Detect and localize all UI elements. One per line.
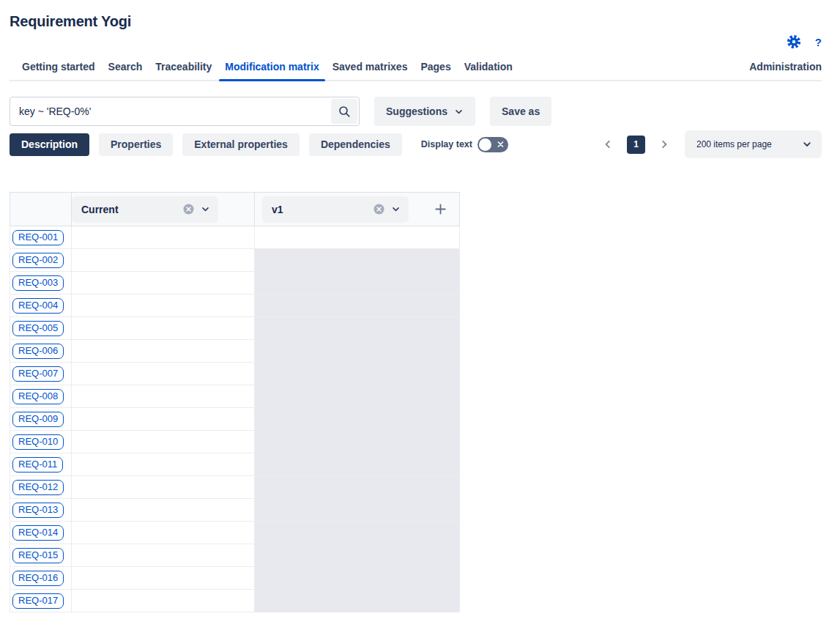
search-box: [10, 97, 360, 126]
v1-cell: [255, 408, 460, 431]
view-button-external-properties[interactable]: External properties: [182, 133, 300, 156]
req-key-link[interactable]: REQ-006: [12, 344, 64, 359]
save-as-label: Save as: [502, 105, 540, 117]
nav-administration[interactable]: Administration: [749, 56, 822, 80]
v1-cell: [255, 590, 460, 612]
req-key-link[interactable]: REQ-005: [12, 321, 64, 336]
table-row: REQ-004: [10, 294, 460, 317]
v1-cell: [255, 544, 460, 567]
req-key-link[interactable]: REQ-010: [12, 434, 64, 450]
remove-column-icon[interactable]: [183, 204, 194, 215]
v1-version-select[interactable]: v1: [262, 196, 409, 223]
current-column-header: Current: [72, 193, 255, 226]
current-page-button[interactable]: 1: [627, 136, 645, 154]
req-key-link[interactable]: REQ-013: [12, 503, 64, 518]
search-icon: [338, 105, 352, 119]
req-key-cell: REQ-017: [10, 590, 72, 612]
v1-cell: [255, 340, 460, 363]
req-key-link[interactable]: REQ-015: [12, 548, 64, 563]
req-key-link[interactable]: REQ-009: [12, 412, 64, 427]
req-key-cell: REQ-005: [10, 317, 72, 340]
current-cell: [72, 317, 255, 340]
current-cell: [72, 226, 255, 249]
current-version-select[interactable]: Current: [72, 196, 218, 223]
toggle-off-x-icon: [497, 141, 504, 148]
req-key-cell: REQ-010: [10, 431, 72, 453]
current-cell: [72, 431, 255, 453]
view-button-description[interactable]: Description: [10, 133, 89, 156]
search-button[interactable]: [331, 99, 357, 124]
req-key-link[interactable]: REQ-002: [12, 253, 64, 268]
req-key-link[interactable]: REQ-004: [12, 298, 64, 314]
req-key-link[interactable]: REQ-016: [12, 571, 64, 586]
req-key-link[interactable]: REQ-007: [12, 366, 64, 382]
view-options-row: DescriptionPropertiesExternal properties…: [10, 130, 822, 158]
v1-cell: [255, 294, 460, 317]
table-row: REQ-002: [10, 249, 460, 272]
req-key-cell: REQ-003: [10, 272, 72, 294]
chevron-down-icon: [201, 204, 210, 214]
v1-cell: [255, 249, 460, 272]
current-cell: [72, 363, 255, 385]
tab-pages[interactable]: Pages: [414, 56, 457, 80]
matrix-header-row: Current: [10, 193, 460, 226]
v1-cell: [255, 272, 460, 294]
suggestions-button[interactable]: Suggestions: [374, 97, 475, 126]
current-cell: [72, 522, 255, 544]
req-key-cell: REQ-001: [10, 226, 72, 249]
current-cell: [72, 408, 255, 431]
view-button-dependencies[interactable]: Dependencies: [309, 133, 402, 156]
v1-cell: [255, 453, 460, 476]
tab-getting-started[interactable]: Getting started: [15, 56, 102, 80]
current-cell: [72, 499, 255, 522]
prev-page-icon[interactable]: [599, 136, 617, 153]
v1-cell: [255, 226, 460, 249]
tab-modification-matrix[interactable]: Modification matrix: [218, 56, 325, 80]
v1-cell: [255, 363, 460, 385]
remove-column-icon[interactable]: [373, 204, 384, 215]
req-key-link[interactable]: REQ-001: [12, 230, 64, 245]
toggle-knob: [479, 138, 491, 151]
current-cell: [72, 590, 255, 612]
table-row: REQ-015: [10, 544, 460, 567]
display-text-toggle[interactable]: [477, 137, 508, 152]
tab-traceability[interactable]: Traceability: [149, 56, 218, 80]
table-row: REQ-009: [10, 408, 460, 431]
table-row: REQ-006: [10, 340, 460, 363]
main-tab-bar: Getting startedSearchTraceabilityModific…: [10, 56, 822, 81]
pagination: 1 200 items per page: [599, 130, 822, 158]
req-key-link[interactable]: REQ-003: [12, 275, 64, 291]
table-row: REQ-007: [10, 363, 460, 385]
req-key-link[interactable]: REQ-014: [12, 525, 64, 541]
header-actions: ?: [10, 33, 822, 51]
table-row: REQ-011: [10, 453, 460, 476]
search-query-input[interactable]: [10, 97, 360, 126]
tab-saved-matrixes[interactable]: Saved matrixes: [326, 56, 415, 80]
req-key-cell: REQ-002: [10, 249, 72, 272]
v1-column-label: v1: [272, 204, 283, 215]
add-column-button[interactable]: [431, 201, 449, 218]
current-cell: [72, 385, 255, 408]
tab-search[interactable]: Search: [102, 56, 149, 80]
current-cell: [72, 272, 255, 294]
view-button-properties[interactable]: Properties: [99, 133, 173, 156]
chevron-down-icon: [391, 204, 401, 214]
v1-column-header: v1: [255, 193, 460, 226]
tabs-container: Getting startedSearchTraceabilityModific…: [15, 56, 519, 80]
matrix-body: REQ-001REQ-002REQ-003REQ-004REQ-005REQ-0…: [10, 226, 460, 612]
req-key-cell: REQ-013: [10, 499, 72, 522]
current-cell: [72, 249, 255, 272]
req-key-cell: REQ-012: [10, 476, 72, 499]
req-key-link[interactable]: REQ-008: [12, 389, 64, 404]
req-key-link[interactable]: REQ-017: [12, 593, 64, 609]
req-key-link[interactable]: REQ-011: [12, 457, 63, 472]
next-page-icon[interactable]: [655, 136, 673, 153]
req-key-link[interactable]: REQ-012: [12, 480, 64, 495]
table-row: REQ-014: [10, 522, 460, 544]
v1-cell: [255, 567, 460, 590]
settings-gear-icon[interactable]: [787, 34, 801, 49]
page-size-select[interactable]: 200 items per page: [685, 130, 822, 158]
save-as-button[interactable]: Save as: [490, 97, 551, 126]
tab-validation[interactable]: Validation: [458, 56, 519, 80]
help-icon[interactable]: ?: [815, 36, 822, 48]
